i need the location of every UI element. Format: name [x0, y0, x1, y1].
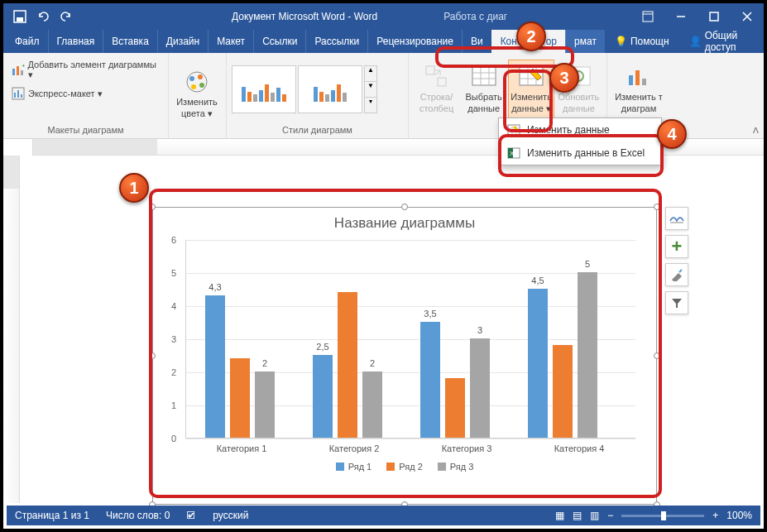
- svg-rect-23: [629, 75, 633, 85]
- redo-icon[interactable]: [56, 7, 76, 26]
- page[interactable]: Название диаграммы 01234564,322,523,534,…: [20, 156, 764, 503]
- tab-format[interactable]: рмат: [565, 30, 605, 53]
- svg-rect-19: [438, 78, 446, 86]
- group-styles-label: Стили диаграмм: [232, 123, 403, 137]
- help-label: Помощн: [630, 36, 669, 47]
- svg-text:X: X: [510, 150, 515, 157]
- chart-type-icon: [626, 64, 652, 90]
- callout-4: 4: [657, 119, 687, 149]
- svg-rect-1: [17, 17, 23, 22]
- tab-review[interactable]: Рецензирование: [367, 30, 462, 53]
- maximize-icon[interactable]: [697, 3, 731, 30]
- menu-edit-data-label: Изменить данные: [527, 124, 610, 136]
- select-data-button[interactable]: Выбрать данные: [461, 60, 506, 117]
- add-chart-element-button[interactable]: +Добавить элемент диаграммы ▾: [8, 58, 163, 82]
- svg-point-17: [191, 84, 196, 89]
- edit-grid-icon: [518, 64, 544, 90]
- ribbon-tabs: Файл Главная Вставка Дизайн Макет Ссылки…: [3, 30, 764, 53]
- add-element-label: Добавить элемент диаграммы ▾: [28, 60, 160, 80]
- quick-layout-button[interactable]: Экспресс-макет ▾: [8, 85, 106, 102]
- switch-row-column-button[interactable]: Строка/ столбец: [414, 60, 459, 117]
- minimize-icon[interactable]: [664, 3, 697, 30]
- svg-rect-18: [426, 66, 434, 74]
- svg-text:+: +: [22, 64, 25, 69]
- tab-references[interactable]: Ссылки: [253, 30, 305, 53]
- ribbon-options-icon[interactable]: [631, 3, 664, 30]
- svg-rect-25: [642, 79, 646, 85]
- chart-object[interactable]: Название диаграммы 01234564,322,523,534,…: [152, 207, 657, 505]
- handle-n[interactable]: [401, 204, 408, 210]
- title-bar: Документ Microsoft Word - Word Работа с …: [3, 3, 764, 30]
- person-icon: 👤: [689, 36, 702, 47]
- chart-filters-icon[interactable]: [665, 291, 688, 314]
- zoom-out-icon[interactable]: −: [607, 510, 613, 521]
- zoom-slider[interactable]: [621, 515, 704, 517]
- excel-icon: X: [507, 146, 520, 160]
- change-colors-button[interactable]: Изменить цвета ▾: [174, 65, 220, 122]
- handle-e[interactable]: [654, 352, 660, 359]
- close-icon[interactable]: [731, 3, 764, 30]
- menu-edit-data-excel[interactable]: X Изменить данные в Excel: [499, 141, 661, 165]
- tab-file[interactable]: Файл: [3, 30, 48, 53]
- svg-rect-2: [643, 12, 653, 22]
- window-title: Документ Microsoft Word - Word: [232, 11, 377, 22]
- gallery-scroll[interactable]: ▲▼▾: [364, 65, 377, 113]
- handle-nw[interactable]: [149, 204, 156, 210]
- tab-home[interactable]: Главная: [48, 30, 103, 53]
- palette-icon: [184, 69, 210, 95]
- layout-options-icon[interactable]: [665, 207, 688, 230]
- status-word-count[interactable]: Число слов: 0: [106, 510, 170, 521]
- svg-rect-20: [472, 67, 496, 85]
- tab-mailings[interactable]: Рассылки: [305, 30, 367, 53]
- handle-w[interactable]: [149, 352, 156, 359]
- view-web-icon[interactable]: ▥: [590, 510, 599, 521]
- ruler-corner: [3, 139, 33, 156]
- tab-design[interactable]: Дизайн: [157, 30, 208, 53]
- tab-insert[interactable]: Вставка: [103, 30, 157, 53]
- callout-3: 3: [549, 63, 579, 93]
- handle-ne[interactable]: [654, 204, 660, 210]
- edit-data-label: Изменить данные ▾: [511, 92, 552, 113]
- change-chart-type-button[interactable]: Изменить т диаграм: [612, 60, 665, 117]
- edit-data-small-icon: [507, 123, 520, 137]
- status-language[interactable]: русский: [213, 510, 248, 521]
- group-change-colors: Изменить цвета ▾: [169, 53, 227, 138]
- svg-point-16: [199, 83, 204, 88]
- edit-data-dropdown: Изменить данные X Изменить данные в Exce…: [498, 117, 662, 165]
- svg-rect-10: [14, 93, 16, 98]
- ruler-vertical[interactable]: [3, 156, 20, 503]
- chart-elements-icon[interactable]: +: [665, 235, 688, 258]
- callout-2: 2: [516, 22, 546, 51]
- status-spellcheck-icon[interactable]: 🗹: [186, 510, 196, 521]
- chart-plot-area[interactable]: 01234564,322,523,534,55: [185, 240, 635, 439]
- share-button[interactable]: 👤Общий доступ: [679, 30, 764, 53]
- zoom-level[interactable]: 100%: [726, 510, 752, 521]
- tab-layout[interactable]: Макет: [208, 30, 253, 53]
- menu-edit-data[interactable]: Изменить данные: [499, 118, 661, 141]
- tell-me-button[interactable]: 💡Помощн: [605, 36, 679, 47]
- select-data-label: Выбрать данные: [466, 92, 502, 113]
- svg-rect-7: [21, 70, 23, 75]
- chart-style-2[interactable]: [298, 65, 362, 113]
- document-area: Название диаграммы 01234564,322,523,534,…: [3, 156, 764, 503]
- collapse-ribbon-icon[interactable]: ᐱ: [753, 126, 759, 135]
- share-label: Общий доступ: [705, 30, 754, 53]
- svg-point-13: [187, 72, 207, 92]
- status-page[interactable]: Страница 1 из 1: [15, 510, 89, 521]
- zoom-in-icon[interactable]: +: [712, 510, 718, 521]
- chart-styles-icon[interactable]: [665, 263, 688, 286]
- tab-view[interactable]: Ви: [462, 30, 491, 53]
- group-layouts-label: Макеты диаграмм: [8, 123, 163, 137]
- group-chart-layouts: +Добавить элемент диаграммы ▾ Экспресс-м…: [3, 53, 169, 138]
- refresh-data-label: Обновить данные: [558, 92, 600, 113]
- edit-data-button[interactable]: Изменить данные ▾: [508, 60, 554, 117]
- row-col-label: Строка/ столбец: [419, 92, 453, 113]
- undo-icon[interactable]: [33, 7, 53, 26]
- view-read-icon[interactable]: ▦: [555, 510, 564, 521]
- menu-edit-data-excel-label: Изменить данные в Excel: [527, 147, 645, 159]
- window-controls: [631, 3, 764, 30]
- view-print-icon[interactable]: ▤: [573, 510, 582, 521]
- bulb-icon: 💡: [615, 36, 627, 47]
- save-icon[interactable]: [10, 7, 30, 26]
- chart-style-1[interactable]: [232, 65, 296, 113]
